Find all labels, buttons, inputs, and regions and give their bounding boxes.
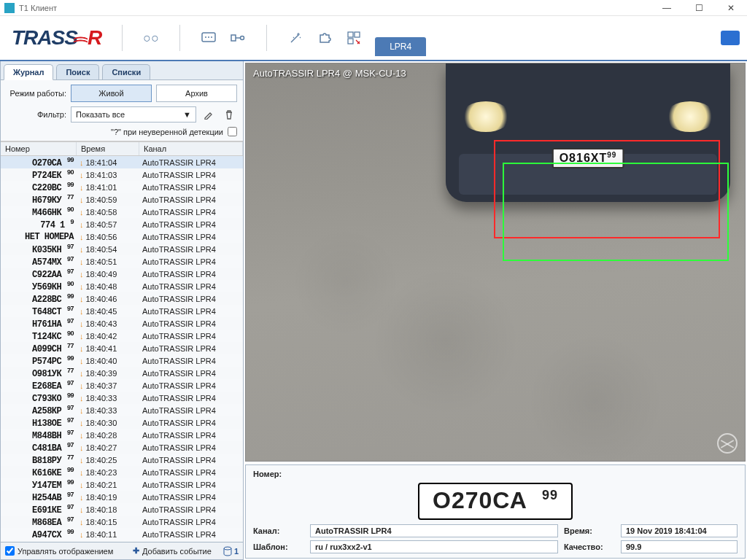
time-cell: ↓18:40:49 [77,270,139,279]
table-row[interactable]: Т648СТ 97↓18:40:45AutoTRASSIR LPR4 [1,305,243,317]
left-panel: Журнал Поиск Списки Режим работы: Живой … [0,61,244,560]
chat-icon[interactable] [201,31,217,45]
time-cell: ↓18:40:40 [77,357,139,365]
table-row[interactable]: Н761НА 97↓18:40:43AutoTRASSIR LPR4 [1,317,243,330]
manage-display-checkbox[interactable]: Управлять отображением [5,546,113,556]
table-row[interactable]: А228ВС 99↓18:40:46AutoTRASSIR LPR4 [1,292,243,305]
time-cell: ↓18:40:25 [77,456,139,464]
table-row[interactable]: Е268ЕА 97↓18:40:37AutoTRASSIR LPR4 [1,379,243,392]
table-row[interactable]: Р574РС 99↓18:40:40AutoTRASSIR LPR4 [1,354,243,367]
channel-cell: AutoTRASSIR LPR4 [139,208,243,217]
wand-icon[interactable] [287,31,303,45]
channel-cell: AutoTRASSIR LPR4 [139,431,243,440]
maximize-button[interactable]: ☐ [683,0,715,16]
plate-cell: Т124КС 90 [1,330,77,342]
time-cell: ↓18:40:56 [77,233,139,241]
table-row[interactable]: С481ВА 97↓18:40:27AutoTRASSIR LPR4 [1,441,243,454]
channel-cell: AutoTRASSIR LPR4 [139,530,243,539]
video-area[interactable]: О816ХТ99 AutoTRASSIR LPR4 @ MSK-CU-13 [245,63,746,462]
table-row[interactable]: К035КН 97↓18:40:54AutoTRASSIR LPR4 [1,243,243,255]
table-row[interactable]: 774 1 9↓18:40:57AutoTRASSIR LPR4 [1,218,243,230]
chevron-down-icon: ▼ [183,110,191,119]
table-row[interactable]: А947СХ 99↓18:40:11AutoTRASSIR LPR4 [1,528,243,540]
arrow-down-icon: ↓ [80,295,84,303]
uncertain-checkbox[interactable] [228,127,237,136]
channel-cell: AutoTRASSIR LPR4 [139,443,243,452]
channel-tab[interactable]: LPR4 [375,37,426,56]
channel-cell: AutoTRASSIR LPR4 [139,245,243,254]
time-cell: ↓18:40:58 [77,208,139,217]
table-row[interactable]: Н679КУ 77↓18:40:59AutoTRASSIR LPR4 [1,193,243,206]
arrow-down-icon: ↓ [80,381,84,390]
grid-icon[interactable] [346,31,362,45]
add-event-button[interactable]: ✚ Добавить событие [133,546,212,556]
detail-number-label: Номер: [253,470,282,478]
channel-cell: AutoTRASSIR LPR4 [139,220,243,229]
channel-cell: AutoTRASSIR LPR4 [139,233,243,241]
delete-filter-button[interactable] [221,106,237,122]
table-row[interactable]: О981УК 77↓18:40:39AutoTRASSIR LPR4 [1,367,243,379]
col-number[interactable]: Номер [1,142,77,155]
table-row[interactable]: С220ВС 99↓18:41:01AutoTRASSIR LPR4 [1,181,243,193]
channel-cell: AutoTRASSIR LPR4 [139,183,243,192]
table-row[interactable]: Н254АВ 97↓18:40:19AutoTRASSIR LPR4 [1,491,243,503]
table-row[interactable]: Т124КС 90↓18:40:42AutoTRASSIR LPR4 [1,330,243,342]
arrow-down-icon: ↓ [80,208,84,217]
channel-cell: AutoTRASSIR LPR4 [139,419,243,427]
window-title: Т1 Клиент [19,4,57,12]
table-row[interactable]: Р724ЕК 90↓18:41:03AutoTRASSIR LPR4 [1,168,243,181]
tab-journal[interactable]: Журнал [4,64,53,80]
table-row[interactable]: О270СА 99↓18:41:04AutoTRASSIR LPR4 [1,156,243,168]
table-row[interactable]: М466НК 90↓18:40:58AutoTRASSIR LPR4 [1,206,243,218]
table-row[interactable]: С922АА 97↓18:40:49AutoTRASSIR LPR4 [1,268,243,280]
table-row[interactable]: У147ЕМ 99↓18:40:21AutoTRASSIR LPR4 [1,478,243,491]
svg-point-3 [211,36,212,38]
col-channel[interactable]: Канал [139,142,243,155]
right-panel: О816ХТ99 AutoTRASSIR LPR4 @ MSK-CU-13 Но… [244,61,747,560]
table-row[interactable]: В818РУ 77↓18:40:25AutoTRASSIR LPR4 [1,454,243,466]
table-row[interactable]: У569КН 90↓18:40:48AutoTRASSIR LPR4 [1,280,243,292]
plate-cell: С481ВА 97 [1,441,77,454]
footer-bar: Управлять отображением ✚ Добавить событи… [1,542,243,559]
detail-box: Номер: О270СА 99 Канал: AutoTRASSIR LPR4… [245,464,746,559]
close-button[interactable]: ✕ [715,0,747,16]
table-row[interactable]: Е691КЕ 97↓18:40:18AutoTRASSIR LPR4 [1,503,243,516]
table-row[interactable]: М848ВН 97↓18:40:28AutoTRASSIR LPR4 [1,429,243,441]
channel-cell: AutoTRASSIR LPR4 [139,257,243,266]
table-row[interactable]: К616КЕ 99↓18:40:23AutoTRASSIR LPR4 [1,466,243,478]
table-row[interactable]: А258КР 97↓18:40:33AutoTRASSIR LPR4 [1,404,243,416]
plate-cell: С793КО 99 [1,392,77,404]
channel-cell: AutoTRASSIR LPR4 [139,295,243,303]
time-cell: ↓18:41:01 [77,183,139,192]
svg-point-9 [224,547,231,550]
table-row[interactable]: НЕТ НОМЕРА↓18:40:56AutoTRASSIR LPR4 [1,230,243,243]
edit-filter-button[interactable] [201,106,217,122]
detail-plate: О270СА 99 [418,483,573,520]
table-row[interactable]: М868ЕА 97↓18:40:15AutoTRASSIR LPR4 [1,516,243,528]
mode-archive-button[interactable]: Архив [156,85,237,102]
channel-cell: AutoTRASSIR LPR4 [139,505,243,514]
toolbar: TRASSR ○○ LPR4 [0,16,747,60]
detail-time-value: 19 Nov 2019 18:41:04 [621,524,738,537]
time-cell: ↓18:40:48 [77,282,139,291]
record-icon[interactable]: ○○ [143,31,159,45]
table-header: Номер Время Канал [1,141,243,156]
puzzle-icon[interactable] [317,31,333,45]
table-row[interactable]: А099СН 77↓18:40:41AutoTRASSIR LPR4 [1,342,243,354]
db-indicator[interactable]: 1 [223,546,239,556]
tab-lists[interactable]: Списки [102,64,150,79]
plate-cell: В818РУ 77 [1,454,77,466]
arrow-down-icon: ↓ [80,332,84,341]
table-row[interactable]: С793КО 99↓18:40:33AutoTRASSIR LPR4 [1,392,243,404]
table-row[interactable]: А574МХ 97↓18:40:51AutoTRASSIR LPR4 [1,255,243,268]
time-cell: ↓18:40:21 [77,481,139,489]
connector-icon[interactable] [230,31,246,45]
minimize-button[interactable]: — [651,0,683,16]
channel-cell: AutoTRASSIR LPR4 [139,270,243,279]
col-time[interactable]: Время [77,142,139,155]
mode-live-button[interactable]: Живой [71,85,152,102]
camera-button[interactable] [721,31,740,45]
filter-select[interactable]: Показать все ▼ [71,106,196,122]
table-row[interactable]: Н138ОЕ 97↓18:40:30AutoTRASSIR LPR4 [1,416,243,429]
tab-search[interactable]: Поиск [56,64,99,79]
